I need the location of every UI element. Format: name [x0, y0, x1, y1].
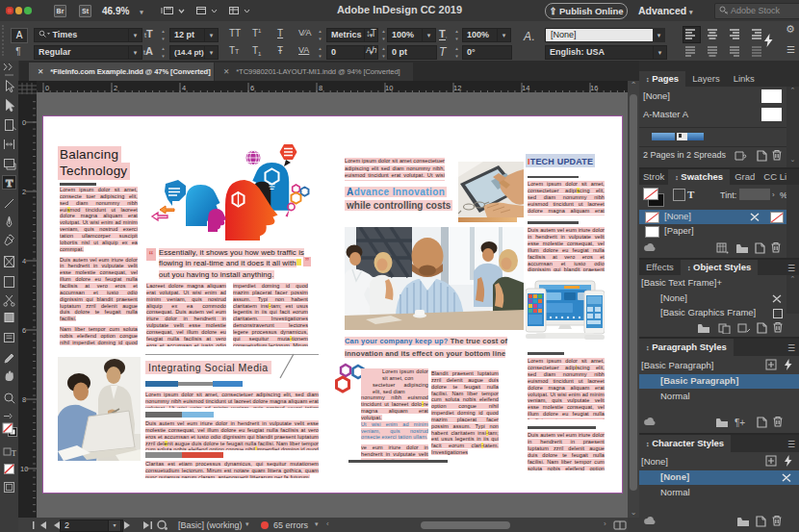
svg-text:10: 10: [20, 465, 28, 473]
svg-text:12: 12: [453, 84, 461, 92]
svg-text:6: 6: [22, 326, 26, 335]
svg-text:¶+: ¶+: [735, 418, 745, 428]
svg-text:8: 8: [319, 84, 322, 92]
svg-text:10: 10: [385, 84, 393, 92]
svg-text:16: 16: [590, 84, 598, 92]
svg-text:2: 2: [22, 188, 26, 196]
svg-text:T: T: [12, 449, 16, 458]
svg-text:6: 6: [250, 84, 254, 92]
svg-text:4: 4: [22, 257, 26, 266]
svg-text:T: T: [6, 177, 13, 189]
svg-text:2: 2: [114, 84, 117, 92]
svg-text:14: 14: [522, 84, 529, 92]
svg-text:0: 0: [22, 118, 26, 127]
svg-text:0: 0: [45, 84, 49, 92]
svg-text:8: 8: [22, 395, 26, 404]
svg-text:4: 4: [182, 84, 186, 92]
